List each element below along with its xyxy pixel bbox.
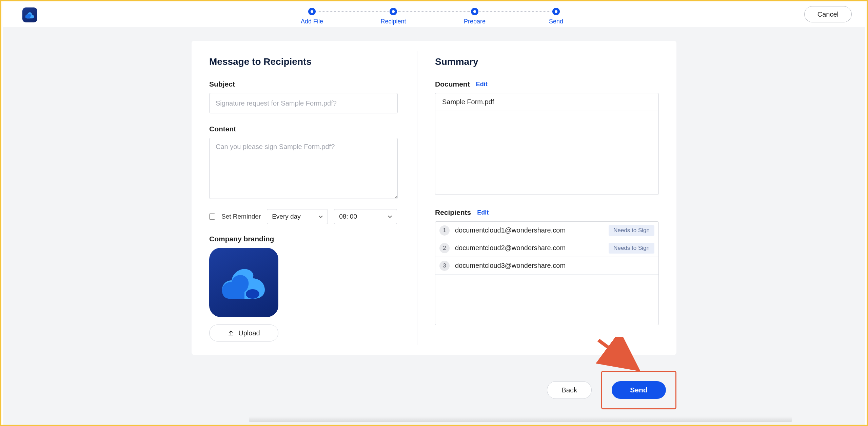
recipient-number: 3 bbox=[439, 261, 450, 271]
chevron-down-icon bbox=[387, 214, 393, 219]
recipient-row: 2 documentcloud2@wondershare.com Needs t… bbox=[435, 239, 658, 257]
recipient-row: 3 documentcloud3@wondershare.com bbox=[435, 257, 658, 275]
step-label: Prepare bbox=[464, 18, 486, 25]
branding-label: Company branding bbox=[209, 235, 399, 243]
reminder-time-value: 08: 00 bbox=[339, 213, 357, 220]
upload-label: Upload bbox=[238, 329, 260, 337]
recipients-list: 1 documentcloud1@wondershare.com Needs t… bbox=[435, 221, 659, 325]
step-recipient[interactable]: Recipient bbox=[353, 8, 434, 25]
header: Add File Recipient Prepare Send Cancel bbox=[3, 1, 865, 27]
svg-point-0 bbox=[246, 289, 259, 299]
recipient-status-badge: Needs to Sign bbox=[609, 225, 654, 236]
reminder-frequency-select[interactable]: Every day bbox=[267, 209, 328, 224]
content-textarea[interactable] bbox=[209, 138, 398, 199]
document-list: Sample Form.pdf bbox=[435, 93, 659, 195]
recipient-email: documentcloud2@wondershare.com bbox=[455, 244, 603, 252]
step-dot-icon bbox=[308, 8, 316, 15]
step-dot-icon bbox=[471, 8, 478, 15]
recipient-email: documentcloud3@wondershare.com bbox=[455, 262, 654, 270]
document-label: Document bbox=[435, 80, 470, 88]
step-prepare[interactable]: Prepare bbox=[434, 8, 515, 25]
step-label: Send bbox=[549, 18, 563, 25]
step-send[interactable]: Send bbox=[515, 8, 597, 25]
send-button[interactable]: Send bbox=[612, 381, 666, 399]
message-panel: Message to Recipients Subject Content Se… bbox=[192, 41, 417, 355]
document-name: Sample Form.pdf bbox=[442, 98, 494, 106]
step-label: Add File bbox=[301, 18, 323, 25]
upload-icon bbox=[228, 330, 234, 336]
content-label: Content bbox=[209, 125, 399, 133]
reminder-time-select[interactable]: 08: 00 bbox=[334, 209, 397, 224]
branding-logo-icon bbox=[209, 248, 278, 317]
send-highlight-box: Send bbox=[601, 371, 676, 409]
recipient-row: 1 documentcloud1@wondershare.com Needs t… bbox=[435, 222, 658, 239]
step-add-file[interactable]: Add File bbox=[271, 8, 353, 25]
recipient-email: documentcloud1@wondershare.com bbox=[455, 226, 603, 234]
summary-title: Summary bbox=[435, 56, 659, 67]
footer-buttons: Back Send bbox=[547, 371, 676, 409]
bottom-shadow bbox=[249, 416, 792, 422]
step-dot-icon bbox=[552, 8, 560, 15]
recipient-number: 2 bbox=[439, 243, 450, 253]
reminder-frequency-value: Every day bbox=[272, 213, 300, 220]
back-button[interactable]: Back bbox=[547, 381, 592, 399]
recipients-edit-link[interactable]: Edit bbox=[477, 209, 489, 216]
set-reminder-checkbox[interactable] bbox=[209, 214, 215, 220]
recipient-number: 1 bbox=[439, 225, 450, 236]
document-edit-link[interactable]: Edit bbox=[476, 81, 488, 88]
cancel-button[interactable]: Cancel bbox=[804, 6, 852, 22]
recipient-status-badge: Needs to Sign bbox=[609, 243, 654, 254]
page-body: Message to Recipients Subject Content Se… bbox=[3, 27, 865, 425]
subject-input[interactable] bbox=[209, 93, 398, 113]
step-dot-icon bbox=[390, 8, 397, 15]
document-row: Sample Form.pdf bbox=[435, 93, 658, 111]
recipients-label: Recipients bbox=[435, 208, 471, 217]
summary-panel: Summary Document Edit Sample Form.pdf Re… bbox=[417, 41, 676, 355]
step-label: Recipient bbox=[380, 18, 406, 25]
main-card: Message to Recipients Subject Content Se… bbox=[192, 41, 676, 355]
subject-label: Subject bbox=[209, 80, 399, 88]
message-title: Message to Recipients bbox=[209, 56, 399, 67]
app-logo-icon bbox=[22, 7, 37, 22]
upload-button[interactable]: Upload bbox=[209, 325, 278, 341]
set-reminder-label: Set Reminder bbox=[221, 213, 261, 220]
chevron-down-icon bbox=[318, 214, 323, 219]
stepper: Add File Recipient Prepare Send bbox=[271, 3, 597, 25]
